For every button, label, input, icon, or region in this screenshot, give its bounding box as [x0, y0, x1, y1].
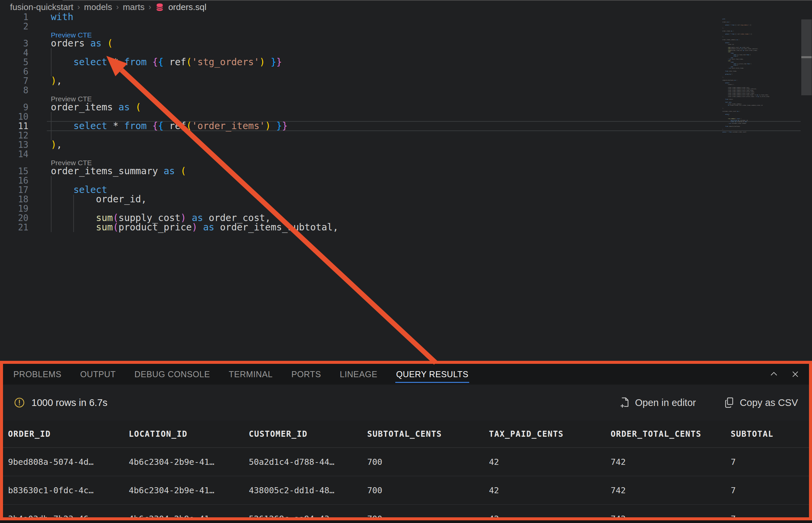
code-line[interactable]: 15order_items_summary as ( — [0, 166, 801, 176]
column-header[interactable]: LOCATION_ID — [124, 421, 244, 448]
table-cell[interactable]: 742 — [606, 505, 726, 521]
table-cell[interactable]: 3b4a03db-7b23-46 — [3, 505, 124, 521]
breadcrumb: fusion-quickstart›models›marts› orders.s… — [0, 0, 206, 14]
breadcrumb-file[interactable]: orders.sql — [168, 2, 206, 12]
code-line-text: order_id, — [47, 195, 801, 204]
column-header[interactable]: ORDER_TOTAL_CENTS — [606, 421, 726, 448]
table-cell[interactable]: 7 — [726, 448, 809, 476]
table-cell[interactable]: 7 — [726, 476, 809, 505]
panel-tab-debug-console[interactable]: DEBUG CONSOLE — [134, 364, 210, 384]
line-number: 7 — [0, 76, 29, 86]
line-number: 20 — [0, 213, 29, 223]
table-cell[interactable]: 42 — [484, 505, 606, 521]
column-header[interactable]: TAX_PAID_CENTS — [484, 421, 606, 448]
column-header[interactable]: SUBTOTAL_CENTS — [362, 421, 484, 448]
table-cell[interactable]: 4b6c2304-2b9e-41… — [124, 476, 244, 505]
line-number: 12 — [0, 131, 29, 140]
copy-as-csv-button[interactable]: Copy as CSV — [724, 397, 798, 408]
indent-guide — [51, 204, 52, 213]
table-cell[interactable]: 50a2d1c4-d788-44… — [244, 448, 362, 476]
results-actions: Open in editor Copy as CSV — [620, 397, 798, 408]
breadcrumb-item[interactable]: marts — [123, 2, 144, 12]
code-line[interactable]: 6 — [0, 67, 801, 76]
table-cell[interactable]: 700 — [362, 448, 484, 476]
code-line[interactable]: 12 — [0, 131, 801, 140]
table-row[interactable]: 9bed808a-5074-4d…4b6c2304-2b9e-41…50a2d1… — [3, 448, 809, 476]
code-line[interactable]: 8 — [0, 86, 801, 95]
breadcrumb-item[interactable]: fusion-quickstart — [10, 2, 73, 12]
indent-guide — [51, 213, 52, 223]
code-line[interactable]: 19 — [0, 204, 801, 213]
panel-tab-bar: PROBLEMSOUTPUTDEBUG CONSOLETERMINALPORTS… — [3, 364, 809, 384]
code-line-text — [47, 67, 801, 76]
code-line[interactable]: 20 sum(supply_cost) as order_cost, — [0, 213, 801, 223]
copy-as-csv-label: Copy as CSV — [740, 397, 798, 408]
warning-icon — [14, 397, 25, 408]
table-cell[interactable]: 700 — [362, 505, 484, 521]
panel-tabs: PROBLEMSOUTPUTDEBUG CONSOLETERMINALPORTS… — [13, 364, 770, 384]
code-line[interactable]: 18 order_id, — [0, 195, 801, 204]
editor-scrollbar — [801, 0, 812, 361]
code-line-text — [47, 131, 801, 140]
column-header[interactable]: SUBTOTAL — [726, 421, 809, 448]
code-line[interactable]: 3orders as ( — [0, 39, 801, 48]
panel-tab-ports[interactable]: PORTS — [291, 364, 321, 384]
panel-tab-lineage[interactable]: LINEAGE — [340, 364, 378, 384]
table-cell[interactable]: 742 — [606, 448, 726, 476]
column-header[interactable]: CUSTOMER_ID — [244, 421, 362, 448]
codelens-preview-cte[interactable]: Preview CTE — [0, 31, 801, 39]
code-line[interactable]: 16 — [0, 176, 801, 185]
table-cell[interactable]: 700 — [362, 476, 484, 505]
query-status: 1000 rows in 6.7s — [14, 397, 107, 408]
table-cell[interactable]: 4b6c2304-2b9e-41… — [124, 448, 244, 476]
indent-guide — [73, 223, 74, 232]
line-number: 4 — [0, 48, 29, 57]
code-line[interactable]: 11 select * from {{ ref('order_items') }… — [0, 121, 801, 131]
table-cell[interactable]: 438005c2-dd1d-48… — [244, 476, 362, 505]
database-icon — [155, 3, 164, 12]
code-line[interactable]: 10 — [0, 112, 801, 121]
table-cell[interactable]: 742 — [606, 476, 726, 505]
editor-code: 1with2Preview CTE3orders as (45 select *… — [0, 12, 801, 232]
scrollbar-current-line-marker — [801, 56, 812, 58]
close-icon[interactable] — [791, 370, 800, 379]
code-line-text: ), — [47, 140, 801, 149]
code-line[interactable]: 5 select * from {{ ref('stg_orders') }} — [0, 57, 801, 67]
table-cell[interactable]: b83630c1-0fdc-4c… — [3, 476, 124, 505]
panel-tab-query-results[interactable]: QUERY RESULTS — [396, 364, 468, 384]
table-row[interactable]: b83630c1-0fdc-4c…4b6c2304-2b9e-41…438005… — [3, 476, 809, 505]
code-line[interactable]: 7), — [0, 76, 801, 86]
panel-tab-output[interactable]: OUTPUT — [80, 364, 116, 384]
column-header[interactable]: ORDER_ID — [3, 421, 124, 448]
code-line[interactable]: 4 — [0, 48, 801, 57]
table-header-row: ORDER_IDLOCATION_IDCUSTOMER_IDSUBTOTAL_C… — [3, 421, 809, 448]
table-cell[interactable]: 42 — [484, 448, 606, 476]
code-line[interactable]: 2 — [0, 22, 801, 31]
table-cell[interactable]: 9bed808a-5074-4d… — [3, 448, 124, 476]
breadcrumb-item[interactable]: models — [84, 2, 112, 12]
chevron-up-icon[interactable] — [770, 370, 778, 379]
code-line-text — [47, 149, 801, 159]
indent-guide — [51, 195, 52, 204]
table-cell[interactable]: 42 — [484, 476, 606, 505]
indent-guide — [73, 195, 74, 204]
code-line[interactable]: 21 sum(product_price) as order_items_sub… — [0, 223, 801, 232]
scrollbar-thumb[interactable] — [801, 19, 812, 95]
code-line[interactable]: 17 select — [0, 185, 801, 195]
code-line-text: order_items as ( — [47, 103, 801, 112]
table-cell[interactable]: 5261268c-aa94-43 — [244, 505, 362, 521]
minimap[interactable]: with orders as ( select * from {{ ref('s… — [722, 18, 800, 133]
table-cell[interactable]: 7 — [726, 505, 809, 521]
breadcrumb-separator: › — [116, 2, 119, 12]
copy-icon — [724, 397, 735, 408]
code-line[interactable]: 13), — [0, 140, 801, 149]
breadcrumb-items: fusion-quickstart›models›marts› — [10, 2, 151, 12]
table-row[interactable]: 3b4a03db-7b23-464b6c2304-2b9e-415261268c… — [3, 505, 809, 521]
code-line[interactable]: 9order_items as ( — [0, 103, 801, 112]
table-cell[interactable]: 4b6c2304-2b9e-41 — [124, 505, 244, 521]
panel-tab-terminal[interactable]: TERMINAL — [229, 364, 273, 384]
open-in-editor-button[interactable]: Open in editor — [620, 397, 696, 408]
panel-tab-problems[interactable]: PROBLEMS — [13, 364, 61, 384]
code-line-text: order_items_summary as ( — [47, 166, 801, 176]
code-line[interactable]: 14 — [0, 149, 801, 159]
